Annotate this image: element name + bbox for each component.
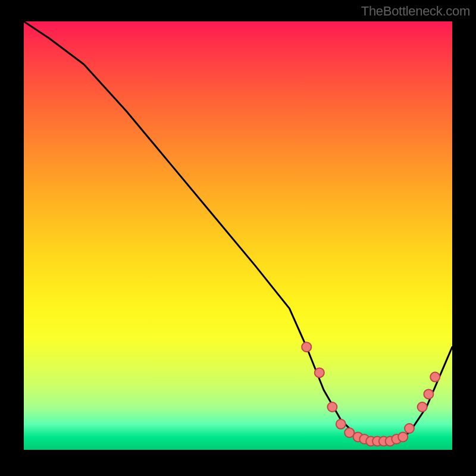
data-marker xyxy=(327,402,337,412)
plot-svg xyxy=(24,21,452,450)
data-marker xyxy=(315,368,324,377)
bottleneck-curve xyxy=(24,21,452,441)
data-marker xyxy=(336,419,346,429)
chart-frame: TheBottleneck.com xyxy=(0,0,476,476)
data-marker xyxy=(405,424,414,433)
data-marker xyxy=(424,389,433,399)
data-marker xyxy=(418,402,427,412)
marker-group xyxy=(302,342,440,446)
data-marker xyxy=(302,342,311,352)
plot-area xyxy=(24,21,452,450)
watermark-text: TheBottleneck.com xyxy=(361,4,470,19)
data-marker xyxy=(430,372,440,382)
data-marker xyxy=(398,432,408,441)
